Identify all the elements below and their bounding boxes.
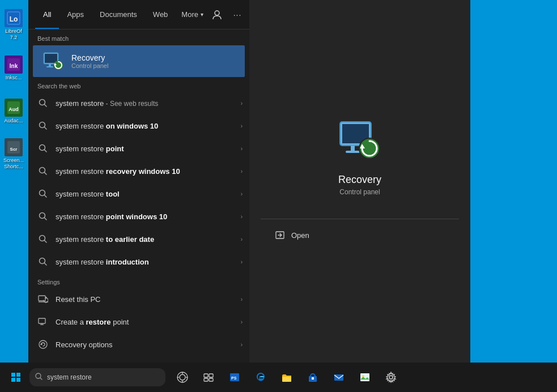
search-panel: All Apps Documents Web More ▾ [28,0,249,363]
svg-rect-31 [39,296,45,301]
settings-label: Settings [28,273,249,288]
task-switcher-icon[interactable] [196,363,221,392]
libreoffice-icon[interactable]: Lo LibreOf7.2 [1,5,26,45]
svg-rect-46 [11,373,15,377]
right-panel-content: Recovery Control panel Open [249,0,470,363]
tab-right-icons: ··· [209,7,245,23]
chevron-right-icon: › [241,146,243,152]
chevron-right-icon: › [241,342,243,348]
task-view-icon[interactable] [170,363,195,392]
open-action-text: Open [291,231,309,240]
inkscape-icon[interactable]: Ink Inksc... [1,48,26,88]
list-item[interactable]: system restore point windows 10 › [28,205,249,228]
right-panel-title: Recovery [338,174,381,186]
tab-apps[interactable]: Apps [59,0,92,29]
svg-rect-60 [204,378,208,381]
chevron-right-icon: › [241,214,243,220]
svg-line-30 [44,263,46,265]
tab-more[interactable]: More ▾ [176,7,209,22]
settings-reset-pc[interactable]: Reset this PC › [28,288,249,310]
svg-line-22 [44,172,46,174]
store-icon[interactable] [300,363,325,392]
svg-rect-48 [11,378,15,382]
tab-all[interactable]: All [35,0,59,29]
svg-line-51 [40,378,42,380]
svg-rect-49 [16,378,20,382]
svg-point-8 [215,11,219,15]
list-item[interactable]: system restore tool › [28,182,249,205]
svg-rect-58 [204,374,208,377]
right-panel-subtitle: Control panel [339,188,380,196]
file-explorer-icon[interactable] [274,363,299,392]
search-icon [35,186,51,202]
svg-line-28 [44,240,46,242]
best-match-title: Recovery [71,53,108,62]
svg-line-18 [44,127,46,129]
desktop-icons-area: Lo LibreOf7.2 Ink Inksc... Aud Audac... … [0,0,27,363]
chevron-right-icon: › [241,319,243,325]
list-item[interactable]: system restore on windows 10 › [28,114,249,137]
svg-point-70 [389,376,393,379]
recovery-options-icon [35,336,51,352]
list-item[interactable]: system restore to earlier date › [28,228,249,250]
chevron-right-icon: › [241,100,243,106]
user-icon[interactable] [209,7,225,23]
svg-text:Scr: Scr [10,147,18,152]
search-web-label: Search the web [28,77,249,92]
svg-text:Ink: Ink [10,63,18,69]
best-match-text: Recovery Control panel [71,53,108,69]
right-panel: Recovery Control panel Open [249,0,470,363]
edge-icon[interactable] [248,363,273,392]
chevron-right-icon: › [241,236,243,242]
svg-rect-42 [346,151,360,153]
svg-text:Lo: Lo [10,15,18,23]
audacity-icon[interactable]: Aud Audac... [1,91,26,131]
powershell-icon[interactable]: PS [222,363,247,392]
search-icon [35,95,51,111]
svg-rect-66 [312,377,314,380]
settings-recovery-options[interactable]: Recovery options › [28,333,249,356]
svg-line-26 [44,218,46,220]
taskbar-search-box[interactable]: system restore [29,368,165,386]
best-match-label: Best match [28,29,249,45]
list-item[interactable]: system restore - See web results › [28,92,249,114]
svg-line-24 [44,195,46,197]
tab-documents[interactable]: Documents [92,0,145,29]
divider [261,219,459,219]
restore-point-icon [35,314,51,330]
best-match-subtitle: Control panel [71,62,108,69]
list-item[interactable]: system restore introduction › [28,250,249,273]
search-icon [35,231,51,247]
chevron-right-icon: › [241,296,243,302]
screenshot-icon[interactable]: Scr Screen...Shortc... [1,134,26,174]
search-text: system restore [47,373,92,381]
search-tabs: All Apps Documents Web More ▾ [28,0,249,29]
reset-pc-icon [35,291,51,307]
svg-line-16 [44,104,46,106]
svg-line-20 [44,150,46,152]
search-icon [35,140,51,156]
chevron-right-icon: › [241,168,243,174]
start-button[interactable] [2,363,29,392]
more-options-icon[interactable]: ··· [229,7,245,23]
svg-rect-68 [360,373,369,381]
taskbar-icons: PS [170,363,403,392]
tab-web[interactable]: Web [145,0,176,29]
settings-taskbar-icon[interactable] [379,363,403,392]
photos-icon[interactable] [352,363,377,392]
open-icon [274,229,286,241]
settings-create-restore[interactable]: Create a restore point › [28,310,249,333]
svg-rect-34 [39,318,45,323]
chevron-down-icon: ▾ [201,11,203,18]
start-menu: All Apps Documents Web More ▾ [28,0,470,363]
svg-point-37 [39,340,47,348]
mail-icon[interactable] [326,363,351,392]
svg-rect-12 [46,66,53,67]
open-action[interactable]: Open [267,225,452,245]
list-item[interactable]: system restore point › [28,137,249,160]
svg-rect-47 [16,373,20,377]
list-item[interactable]: system restore recovery windows 10 › [28,160,249,182]
search-icon [35,373,42,382]
best-match-item[interactable]: Recovery Control panel [33,45,245,77]
svg-rect-10 [45,54,57,63]
